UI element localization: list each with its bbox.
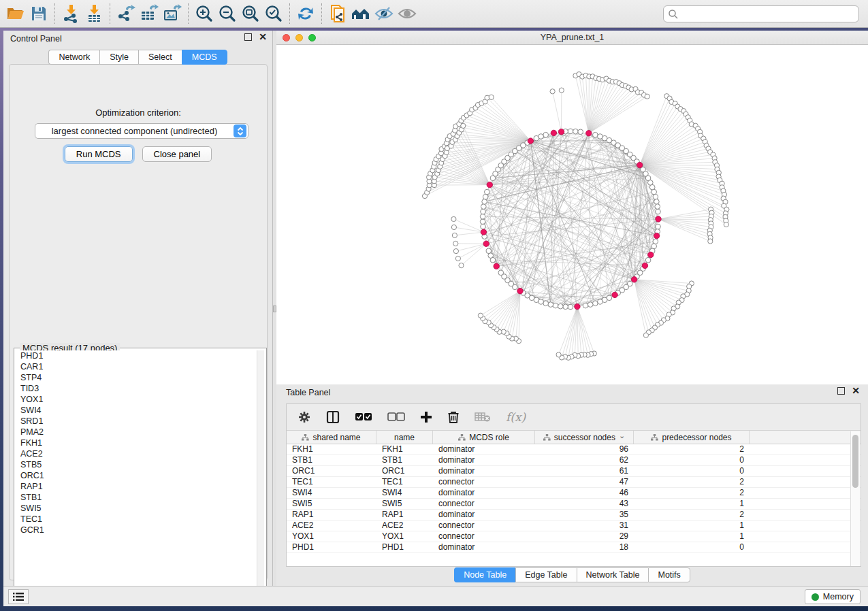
column-header-MCDS-role[interactable]: MCDS role [433, 431, 535, 444]
mcds-result-item[interactable]: STB5 [16, 459, 257, 470]
network-node[interactable] [481, 224, 486, 229]
network-node[interactable] [559, 88, 564, 93]
mcds-result-item[interactable]: FKH1 [16, 437, 257, 448]
mcds-result-item[interactable]: STP4 [16, 372, 257, 383]
mcds-hub-node[interactable] [481, 229, 486, 235]
network-node[interactable] [583, 303, 588, 308]
network-node[interactable] [558, 303, 564, 309]
mcds-hub-node[interactable] [612, 292, 617, 297]
mcds-hub-node[interactable] [487, 182, 492, 187]
column-header-predecessor-nodes[interactable]: predecessor nodes [634, 431, 750, 444]
tab-network-table[interactable]: Network Table [577, 567, 649, 582]
mcds-result-item[interactable]: TEC1 [16, 514, 257, 525]
network-node[interactable] [452, 233, 457, 237]
network-node[interactable] [655, 204, 660, 210]
network-node[interactable] [568, 304, 573, 310]
table-row[interactable]: FKH1FKH1dominator962 [287, 444, 861, 455]
export-table-icon[interactable] [138, 2, 161, 25]
mcds-result-item[interactable]: STB1 [16, 492, 257, 503]
zoom-fit-icon[interactable] [239, 2, 262, 25]
column-header-successor-nodes[interactable]: successor nodes⌄ [535, 431, 634, 444]
network-node[interactable] [480, 219, 485, 225]
mcds-result-item[interactable]: PHD1 [16, 350, 257, 361]
add-row-icon[interactable] [420, 411, 432, 423]
network-node[interactable] [588, 302, 593, 308]
network-node[interactable] [653, 239, 658, 244]
run-mcds-button[interactable]: Run MCDS [65, 146, 133, 162]
network-node[interactable] [453, 241, 458, 246]
window-close-icon[interactable] [283, 34, 290, 42]
network-node[interactable] [593, 132, 598, 137]
mcds-hub-node[interactable] [631, 277, 637, 282]
table-row[interactable]: STB1STB1dominator620 [287, 455, 861, 466]
tab-select[interactable]: Select [138, 50, 182, 65]
delete-row-icon[interactable] [447, 410, 460, 424]
column-header-shared-name[interactable]: shared name [287, 431, 376, 444]
mcds-hub-node[interactable] [558, 129, 564, 135]
network-node[interactable] [568, 129, 573, 134]
network-node[interactable] [652, 189, 657, 195]
network-node[interactable] [578, 129, 583, 135]
network-node[interactable] [455, 256, 460, 261]
network-node[interactable] [550, 89, 555, 94]
network-node[interactable] [656, 209, 661, 214]
network-window-titlebar[interactable]: YPA_prune.txt_1 [276, 31, 868, 45]
network-node[interactable] [654, 199, 660, 205]
export-image-icon[interactable] [161, 2, 184, 25]
tab-motifs[interactable]: Motifs [648, 567, 690, 582]
network-node[interactable] [593, 301, 598, 306]
tab-node-table[interactable]: Node Table [454, 567, 515, 582]
close-table-panel-icon[interactable]: ✕ [852, 387, 860, 395]
mcds-hub-node[interactable] [483, 241, 489, 246]
network-node[interactable] [459, 263, 464, 268]
mcds-result-item[interactable]: SRD1 [16, 416, 257, 427]
float-table-panel-icon[interactable] [837, 387, 845, 395]
network-node[interactable] [478, 313, 483, 318]
network-node[interactable] [453, 249, 458, 254]
table-row[interactable]: RAP1RAP1dominator352 [287, 510, 861, 521]
function-builder-icon[interactable]: f(x) [506, 410, 526, 424]
network-node[interactable] [563, 304, 568, 310]
network-node[interactable] [598, 299, 603, 305]
close-panel-icon[interactable]: ✕ [259, 33, 267, 41]
import-network-icon[interactable] [59, 2, 82, 25]
network-node[interactable] [483, 194, 488, 199]
network-node[interactable] [653, 194, 658, 199]
window-minimize-icon[interactable] [295, 34, 303, 42]
mcds-result-list[interactable]: PHD1CAR1STP4TID3YOX1SWI4SRD1PMA2FKH1ACE2… [16, 350, 257, 599]
tab-mcds[interactable]: MCDS [182, 50, 227, 65]
network-node[interactable] [556, 352, 561, 357]
search-field[interactable] [663, 5, 859, 22]
mcds-result-item[interactable]: SWI4 [16, 405, 257, 416]
apply-layout-icon[interactable] [294, 2, 317, 25]
mcds-hub-node[interactable] [642, 263, 647, 268]
tab-edge-table[interactable]: Edge Table [515, 567, 576, 582]
mcds-result-item[interactable]: YOX1 [16, 394, 257, 405]
mcds-result-item[interactable]: RAP1 [16, 481, 257, 492]
save-session-icon[interactable] [27, 2, 50, 25]
network-node[interactable] [645, 257, 651, 263]
optimization-criterion-select[interactable]: largest connected component (undirected) [35, 123, 248, 139]
network-node[interactable] [724, 222, 728, 227]
network-node[interactable] [485, 189, 490, 195]
task-history-button[interactable] [8, 589, 29, 604]
network-node[interactable] [486, 248, 492, 254]
zoom-selected-icon[interactable] [262, 2, 285, 25]
network-node[interactable] [461, 123, 466, 128]
window-maximize-icon[interactable] [308, 34, 316, 42]
table-row[interactable]: TEC1TEC1connector472 [287, 477, 861, 488]
network-node[interactable] [481, 209, 486, 214]
network-node[interactable] [543, 301, 549, 306]
show-graphics-details-icon[interactable] [396, 2, 419, 25]
hide-graphics-details-icon[interactable] [372, 2, 396, 25]
search-input[interactable] [679, 10, 854, 19]
mcds-hub-node[interactable] [517, 288, 523, 294]
table-options-gear-icon[interactable] [298, 410, 311, 424]
mcds-result-item[interactable]: ORC1 [16, 470, 257, 481]
mcds-hub-node[interactable] [637, 162, 643, 167]
show-all-networks-icon[interactable] [349, 2, 372, 25]
mcds-hub-node[interactable] [494, 263, 499, 269]
import-table-icon[interactable] [82, 2, 106, 25]
mcds-hub-node[interactable] [551, 130, 556, 135]
mcds-result-item[interactable]: GCR1 [16, 525, 257, 535]
